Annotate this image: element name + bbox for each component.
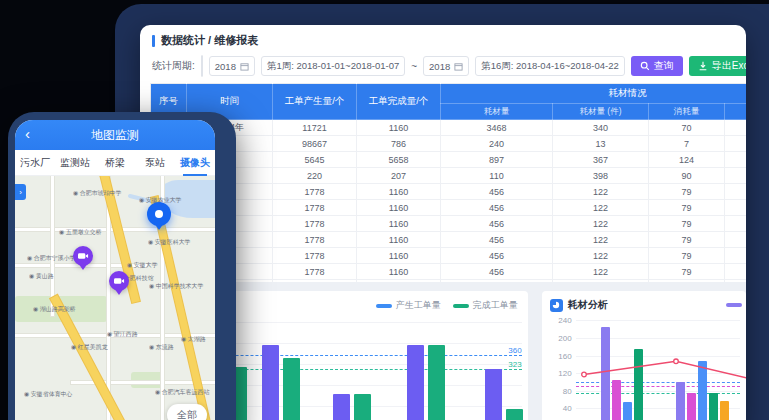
table-cell: 240 <box>441 136 553 152</box>
map-label: ◉ 红星美凯龙 <box>71 343 108 352</box>
phone-tab-污水厂[interactable]: 污水厂 <box>15 156 55 170</box>
phone-tab-摄像头[interactable]: 摄像头 <box>175 156 215 170</box>
table-cell: 690 <box>725 136 747 152</box>
table-cell: 79 <box>649 248 725 264</box>
bar-完成工单量 <box>506 409 523 420</box>
bar-产生工单量 <box>485 369 502 420</box>
table-row: 42202071103989019 <box>151 168 747 184</box>
y-axis-tick: 240 <box>548 316 572 325</box>
period-option-年[interactable]: 年 <box>202 56 203 76</box>
map-canvas[interactable]: ◉ 合肥市琥珀中学◉ 安徽农业大学◉ 五里墩立交桥◉ 安徽医科大学◉ 合肥市宁溪… <box>15 176 215 420</box>
query-button[interactable]: 查询 <box>631 56 683 76</box>
map-label: ◉ 合肥汽车客运西站 <box>155 388 209 397</box>
map-label: ◉ 太湖路 <box>181 335 206 344</box>
camera-marker-icon[interactable] <box>109 271 129 291</box>
table-cell: 456 <box>441 232 553 248</box>
legend-item: 完成工单量 <box>453 299 518 312</box>
table-cell: 207 <box>357 168 441 184</box>
table-cell: 122 <box>553 216 649 232</box>
table-cell: 1778 <box>273 264 357 280</box>
table-cell: 79 <box>649 264 725 280</box>
table-cell: 79 <box>649 232 725 248</box>
download-icon <box>698 61 708 71</box>
y-axis-tick: 160 <box>548 352 572 361</box>
table-row: 10177811604561227967 <box>151 264 747 280</box>
map-label: ◉ 安徽医科大学 <box>148 238 191 247</box>
table-cell: 398 <box>553 168 649 184</box>
table-row: 7177811604561227967 <box>151 216 747 232</box>
y-axis-tick: 80 <box>548 387 572 396</box>
consumables-chart-title-row: 耗材分析 <box>542 291 746 312</box>
show-all-button[interactable]: 全部 <box>167 404 207 420</box>
workorder-chart-legend: 产生工单量完成工单量 <box>376 299 518 312</box>
back-icon[interactable]: ‹ <box>25 124 30 144</box>
table-cell: 5658 <box>357 152 441 168</box>
year-to-select[interactable]: 2018 <box>423 56 469 76</box>
week-to-input[interactable]: 第16周: 2018-04-16~2018-04-22 <box>475 56 625 76</box>
breadcrumb-text: 数据统计 / 维修报表 <box>161 33 258 48</box>
col-header-created: 工单产生量/个 <box>273 84 357 120</box>
table-cell: 110 <box>441 168 553 184</box>
table-cell: 70 <box>649 120 725 136</box>
phone-header: ‹ 地图监测 <box>15 120 215 150</box>
consumables-chart-title: 耗材分析 <box>568 298 608 312</box>
table-cell: 1778 <box>273 200 357 216</box>
week-from-input[interactable]: 第1周: 2018-01-01~2018-01-07 <box>261 56 405 76</box>
calendar-icon <box>240 62 249 71</box>
table-cell: 122 <box>553 264 649 280</box>
map-label: ◉ 中国科学技术大学 <box>149 282 203 291</box>
table-cell: 13 <box>553 136 649 152</box>
phone-tab-泵站[interactable]: 泵站 <box>135 156 175 170</box>
table-cell: 79 <box>649 184 725 200</box>
table-cell: 340 <box>553 120 649 136</box>
phone-title: 地图监测 <box>91 127 139 144</box>
table-cell: 456 <box>441 184 553 200</box>
table-cell: 897 <box>441 152 553 168</box>
sub-header-1: 耗材量 <box>441 104 553 120</box>
table-row: 298667786240137690 <box>151 136 747 152</box>
table-cell: 5645 <box>273 152 357 168</box>
phone-tab-监测站[interactable]: 监测站 <box>55 156 95 170</box>
table-cell: 1160 <box>357 200 441 216</box>
screenshot-stage: 数据统计 / 维修报表 统计周期: 年季月周日 2018 第1周: 2018-0… <box>0 0 769 420</box>
breadcrumb-accent-bar <box>152 35 155 47</box>
table-row: 9177811604561227967 <box>151 248 747 264</box>
table-cell: 19 <box>725 168 747 184</box>
table-cell: 1160 <box>357 248 441 264</box>
year-from-select[interactable]: 2018 <box>209 56 255 76</box>
breadcrumb: 数据统计 / 维修报表 <box>140 25 746 50</box>
map-label: ◉ 五里墩立交桥 <box>59 228 102 237</box>
table-cell: 456 <box>441 264 553 280</box>
table-row: 12014年117211160346834070250 <box>151 120 747 136</box>
table-cell: 79 <box>649 200 725 216</box>
range-separator: ~ <box>411 61 417 72</box>
period-label: 统计周期: <box>152 59 195 73</box>
phone-frame: ‹ 地图监测 污水厂监测站桥梁泵站摄像头 ◉ 合肥市琥珀中 <box>8 112 236 420</box>
table-cell: 456 <box>441 200 553 216</box>
legend-item: 产生工单量 <box>376 299 441 312</box>
consumables-chart-card: 耗材分析 2402001601208040 <box>542 291 746 420</box>
period-segment: 年季月周日 <box>201 55 203 77</box>
table-cell: 220 <box>273 168 357 184</box>
y-axis-tick: 200 <box>548 334 572 343</box>
camera-marker-icon[interactable] <box>73 246 93 266</box>
chart-icon <box>550 299 563 312</box>
selected-camera-marker[interactable] <box>147 202 171 226</box>
table-row: 356455658897367124129 <box>151 152 747 168</box>
panel-expander-button[interactable]: › <box>15 184 26 200</box>
bar-产生工单量 <box>262 345 279 420</box>
phone-tab-桥梁[interactable]: 桥梁 <box>95 156 135 170</box>
table-cell: 1160 <box>357 216 441 232</box>
table-row: 6177811604561227967 <box>151 200 747 216</box>
sub-header-4: 余量 <box>725 104 747 120</box>
table-cell: 1778 <box>273 216 357 232</box>
bar-完成工单量 <box>354 394 371 420</box>
table-cell: 67 <box>725 184 747 200</box>
table-cell: 122 <box>553 200 649 216</box>
export-excel-button[interactable]: 导出Excel <box>689 56 746 76</box>
y-axis-tick: 40 <box>548 404 572 413</box>
table-cell: 11721 <box>273 120 357 136</box>
phone-screen: ‹ 地图监测 污水厂监测站桥梁泵站摄像头 ◉ 合肥市琥珀中 <box>15 120 215 420</box>
table-cell: 1160 <box>357 184 441 200</box>
table-cell: 122 <box>553 184 649 200</box>
